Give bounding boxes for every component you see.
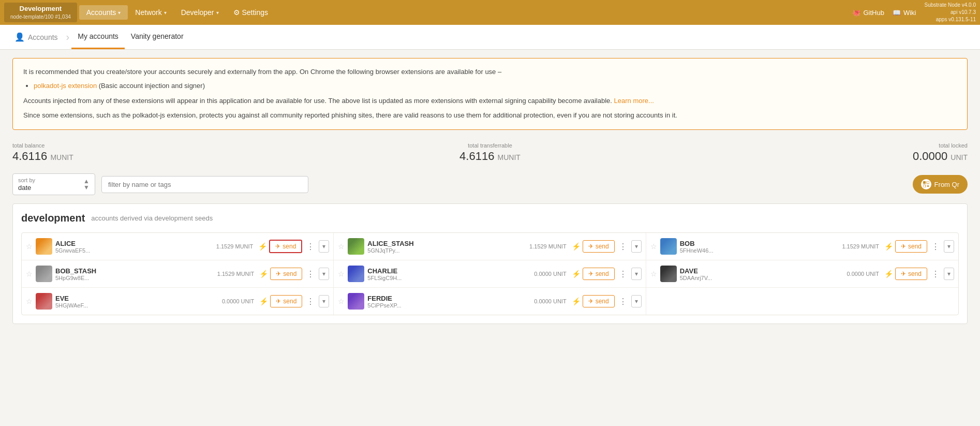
send-button-alice[interactable]: ✈ send — [269, 240, 302, 253]
sort-select[interactable]: sort by date ▲▼ — [12, 173, 95, 195]
sub-nav-section: 👤 Accounts — [8, 25, 64, 49]
account-addr-alice-stash: 5GNJqTPy... — [367, 247, 526, 254]
send-button-charlie[interactable]: ✈ send — [583, 268, 615, 280]
account-actions-bob: ⚡ ✈ send ⋮ ▾ — [884, 240, 954, 254]
more-button-charlie[interactable]: ⋮ — [617, 267, 629, 281]
send-button-eve[interactable]: ✈ send — [270, 295, 302, 307]
account-row-eve: ☆ EVE 5HGjWAeF... 0.0000 UNIT ⚡ ✈ send ⋮… — [22, 288, 334, 315]
sort-arrows-icon: ▲▼ — [83, 178, 90, 190]
nav-developer-label: Developer — [181, 8, 214, 17]
dropdown-bob[interactable]: ▾ — [944, 240, 954, 253]
star-alice-stash[interactable]: ☆ — [338, 242, 345, 251]
from-qr-button[interactable]: From Qr — [913, 175, 968, 194]
more-button-ferdie[interactable]: ⋮ — [617, 295, 629, 309]
total-locked-value: 0.0000 UNIT — [649, 150, 968, 163]
nav-network[interactable]: Network ▾ — [128, 5, 173, 20]
send-button-bob[interactable]: ✈ send — [895, 240, 927, 253]
account-addr-eve: 5HGjWAeF... — [55, 302, 219, 309]
wiki-icon: 📖 — [893, 9, 901, 17]
nav-developer[interactable]: Developer ▾ — [174, 5, 226, 20]
send-plane-icon: ✈ — [276, 298, 281, 305]
dropdown-ferdie[interactable]: ▾ — [631, 295, 642, 307]
avatar-bob — [660, 238, 677, 255]
account-addr-ferdie: 5CiPPseXP... — [367, 302, 531, 309]
star-bob-stash[interactable]: ☆ — [26, 270, 33, 278]
avatar-bob-stash — [36, 266, 52, 282]
account-amount-charlie: 0.0000 UNIT — [534, 271, 568, 277]
filter-input[interactable] — [101, 176, 308, 193]
wiki-link[interactable]: 📖 Wiki — [893, 9, 916, 17]
account-row-dave: ☆ DAVE 5DAAnrj7V... 0.0000 UNIT ⚡ ✈ send… — [646, 260, 958, 288]
chevron-down-icon: ▾ — [164, 10, 167, 16]
section-title: development — [21, 212, 85, 224]
tab-my-accounts-label: My accounts — [78, 32, 118, 40]
more-button-alice[interactable]: ⋮ — [304, 240, 317, 254]
flash-icon-ferdie[interactable]: ⚡ — [572, 297, 581, 305]
account-addr-bob: 5FHneW46... — [680, 247, 839, 254]
flash-icon-alice[interactable]: ⚡ — [258, 242, 267, 251]
warning-text1: It is recommended that you create/store … — [23, 67, 957, 78]
send-label-ferdie: send — [596, 298, 609, 305]
star-ferdie[interactable]: ☆ — [338, 297, 345, 305]
sort-label: sort by — [18, 177, 35, 183]
send-label-bob: send — [908, 243, 922, 250]
svg-rect-2 — [923, 185, 926, 187]
star-alice[interactable]: ☆ — [26, 242, 33, 251]
chevron-down-icon: ▾ — [118, 10, 121, 16]
dropdown-bob-stash[interactable]: ▾ — [319, 268, 329, 280]
tab-vanity-generator[interactable]: Vanity generator — [125, 25, 190, 49]
nav-settings[interactable]: ⚙ Settings — [226, 5, 275, 20]
star-dave[interactable]: ☆ — [650, 270, 657, 278]
dropdown-dave[interactable]: ▾ — [944, 268, 954, 280]
avatar-eve — [36, 293, 52, 310]
more-button-bob-stash[interactable]: ⋮ — [304, 267, 317, 281]
empty-cell — [646, 288, 958, 315]
account-name-charlie: CHARLIE — [367, 267, 531, 275]
nav-accounts[interactable]: Accounts ▾ — [79, 5, 128, 20]
github-link[interactable]: 🐙 GitHub — [852, 9, 884, 17]
total-locked-block: total locked 0.0000 UNIT — [649, 142, 968, 163]
total-transferrable-block: total transferrable 4.6116 MUNIT — [331, 142, 649, 163]
star-eve[interactable]: ☆ — [26, 297, 33, 305]
total-transferrable-label: total transferrable — [331, 142, 649, 149]
wiki-label: Wiki — [903, 9, 916, 17]
flash-icon-alice-stash[interactable]: ⚡ — [572, 242, 581, 251]
nav-brand[interactable]: Development node-template/100 #1,034 — [4, 3, 77, 22]
dropdown-alice-stash[interactable]: ▾ — [631, 240, 642, 253]
account-info-alice-stash: ALICE_STASH 5GNJqTPy... — [367, 240, 526, 254]
send-button-alice-stash[interactable]: ✈ send — [583, 240, 615, 253]
avatar-charlie — [348, 266, 364, 282]
warning-text2: Accounts injected from any of these exte… — [23, 96, 957, 107]
flash-icon-dave[interactable]: ⚡ — [884, 270, 893, 278]
more-button-eve[interactable]: ⋮ — [304, 295, 317, 309]
brand-sub: node-template/100 #1,034 — [10, 13, 71, 20]
dropdown-alice[interactable]: ▾ — [319, 240, 329, 253]
dropdown-charlie[interactable]: ▾ — [631, 268, 642, 280]
send-button-ferdie[interactable]: ✈ send — [583, 295, 615, 307]
warning-text3: Since some extensions, such as the polka… — [23, 110, 957, 121]
send-button-bob-stash[interactable]: ✈ send — [270, 268, 302, 280]
github-label: GitHub — [863, 9, 884, 17]
more-button-alice-stash[interactable]: ⋮ — [617, 240, 629, 254]
send-button-dave[interactable]: ✈ send — [895, 268, 927, 280]
more-button-dave[interactable]: ⋮ — [929, 267, 942, 281]
polkadot-extension-link[interactable]: polkadot-js extension — [34, 82, 97, 90]
github-icon: 🐙 — [852, 9, 860, 17]
more-button-bob[interactable]: ⋮ — [929, 240, 942, 254]
account-amount-bob: 1.1529 MUNIT — [842, 243, 881, 249]
dropdown-eve[interactable]: ▾ — [319, 295, 329, 307]
chevron-down-icon: ▾ — [216, 10, 219, 16]
avatar-alice — [36, 238, 52, 255]
avatar-ferdie — [348, 293, 364, 310]
account-info-charlie: CHARLIE 5FLSigC9H... — [367, 267, 531, 281]
learn-more-link[interactable]: Learn more... — [614, 97, 654, 105]
star-charlie[interactable]: ☆ — [338, 270, 345, 278]
flash-icon-charlie[interactable]: ⚡ — [572, 270, 581, 278]
flash-icon-bob[interactable]: ⚡ — [884, 242, 893, 251]
account-info-ferdie: FERDIE 5CiPPseXP... — [367, 295, 531, 309]
flash-icon-bob-stash[interactable]: ⚡ — [259, 270, 268, 278]
star-bob[interactable]: ☆ — [650, 242, 657, 251]
tab-my-accounts[interactable]: My accounts — [71, 25, 125, 49]
flash-icon-eve[interactable]: ⚡ — [259, 297, 268, 305]
total-balance-block: total balance 4.6116 MUNIT — [12, 142, 331, 163]
